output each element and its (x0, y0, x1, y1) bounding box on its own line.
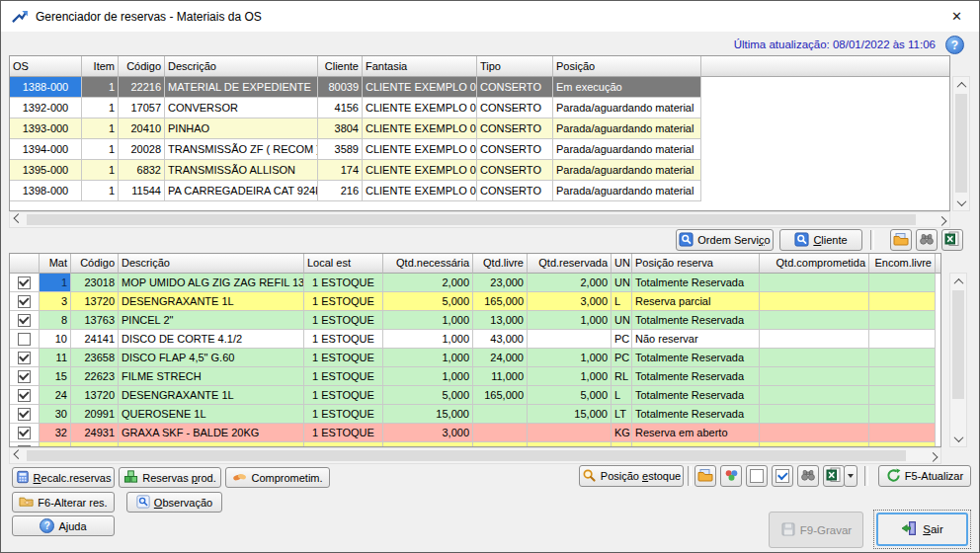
comprometim-button[interactable]: Comprometim. (225, 467, 330, 488)
scroll-left-arrow[interactable] (10, 212, 26, 227)
cell-comprometida[interactable] (760, 367, 869, 386)
cell-local[interactable]: 1 ESTOQUE (304, 349, 383, 367)
cell-un[interactable]: RL (612, 367, 632, 386)
os-table-row[interactable]: 1392-000117057CONVERSOR4156CLIENTE EXEMP… (10, 98, 949, 118)
cell-un[interactable]: KG (612, 424, 632, 442)
cell-cliente[interactable]: 4156 (318, 98, 363, 118)
row-select-cell[interactable] (10, 349, 40, 367)
scroll-down-arrow[interactable] (953, 195, 969, 210)
ajuda-button[interactable]: ? Ajuda (12, 515, 115, 536)
column-header-un[interactable]: UN (612, 254, 632, 274)
cell-livre[interactable]: 13,000 (473, 311, 528, 330)
scroll-thumb[interactable] (27, 450, 906, 461)
cell-posicao[interactable]: Reserva parcial (632, 292, 760, 311)
scroll-right-arrow[interactable] (925, 448, 940, 463)
cell-codigo[interactable]: 13763 (71, 311, 119, 330)
posicao-estoque-button[interactable]: Posição estoque (579, 465, 684, 487)
export-dropdown-button[interactable] (844, 465, 858, 487)
cell-local[interactable]: 1 ESTOQUE (304, 330, 383, 349)
cell-cliente[interactable]: 3804 (318, 118, 363, 139)
scroll-up-arrow[interactable] (950, 274, 966, 289)
cell-posicao[interactable]: Totalmente Reservada (632, 386, 760, 405)
cell-local[interactable]: 1 ESTOQUE (304, 386, 383, 405)
cell-codigo[interactable]: 22623 (71, 367, 119, 386)
cell-reservada[interactable]: 2,000 (528, 274, 612, 292)
column-header-descricao[interactable]: Descrição (119, 254, 304, 274)
os-table-row[interactable]: 1393-000120410PINHAO3804CLIENTE EXEMPLO … (10, 118, 949, 139)
cell-descricao[interactable]: GRAXA SKF - BALDE 20KG (119, 424, 304, 442)
cell-posicao[interactable]: Em execução (553, 77, 701, 98)
observacao-button[interactable]: Observação (126, 492, 222, 513)
material-row[interactable]: 813763PINCEL 2"1 ESTOQUE1,00013,0001,000… (10, 311, 940, 330)
cell-encom[interactable] (869, 330, 936, 349)
material-row[interactable]: 3224931GRAXA SKF - BALDE 20KG1 ESTOQUE3,… (10, 424, 940, 442)
cell-fantasia[interactable]: CLIENTE EXEMPLO 06 (363, 181, 477, 201)
cell-codigo[interactable]: 20991 (71, 405, 119, 424)
column-header-livre[interactable]: Qtd.livre (473, 254, 528, 274)
cell-cliente[interactable]: 3589 (318, 139, 363, 160)
cell-tipo[interactable]: CONSERTO (477, 118, 553, 139)
cell-reservada[interactable] (528, 424, 612, 442)
cell-descricao[interactable]: CONVERSOR (165, 98, 318, 118)
cell-os[interactable]: 1394-000 (10, 139, 82, 160)
cell-fantasia[interactable]: CLIENTE EXEMPLO 02 (363, 98, 477, 118)
column-header-fantasia[interactable]: Fantasia (363, 56, 477, 77)
cell-comprometida[interactable] (760, 274, 869, 292)
cell-mat[interactable]: 10 (40, 330, 71, 349)
cell-comprometida[interactable] (760, 311, 869, 330)
cell-cliente[interactable]: 174 (318, 160, 363, 181)
cell-fantasia[interactable]: CLIENTE EXEMPLO 04 (363, 139, 477, 160)
cell-un[interactable]: LT (612, 405, 632, 424)
column-header-select[interactable] (10, 254, 40, 274)
cell-local[interactable]: 1 ESTOQUE (304, 311, 383, 330)
cell-codigo[interactable]: 17057 (119, 98, 165, 118)
column-header-codigo[interactable]: Código (119, 56, 165, 77)
cell-codigo[interactable]: 23018 (71, 274, 119, 292)
cell-encom[interactable] (869, 274, 936, 292)
export-excel-button[interactable] (941, 229, 963, 251)
export-excel-button[interactable] (823, 465, 845, 487)
column-header-mat[interactable]: Mat (40, 254, 71, 274)
cell-descricao[interactable]: QUEROSENE 1L (119, 405, 304, 424)
cell-item[interactable]: 1 (82, 118, 119, 139)
row-checkbox-checked[interactable] (18, 314, 31, 327)
cell-necessaria[interactable]: 3,000 (383, 424, 473, 442)
cell-encom[interactable] (869, 311, 936, 330)
cell-descricao[interactable]: MATERIAL DE EXPEDIENTE (165, 77, 318, 98)
cell-codigo[interactable]: 20028 (119, 139, 165, 160)
cell-un[interactable]: PC (612, 330, 632, 349)
material-row[interactable]: 123018MOP UMIDO ALG ZIG ZAG REFIL 1321 E… (10, 274, 940, 292)
materials-horizontal-scrollbar[interactable] (9, 447, 941, 464)
cell-os[interactable]: 1398-000 (10, 181, 82, 201)
cell-local[interactable]: 1 ESTOQUE (304, 274, 383, 292)
cell-fantasia[interactable]: CLIENTE EXEMPLO 03 (363, 118, 477, 139)
cell-descricao[interactable]: PINHAO (165, 118, 318, 139)
cell-posicao[interactable]: Parada/aguardando material (553, 160, 701, 181)
cell-local[interactable]: 1 ESTOQUE (304, 367, 383, 386)
cell-livre[interactable]: 23,000 (473, 274, 528, 292)
cell-mat[interactable]: 8 (40, 311, 71, 330)
scroll-right-arrow[interactable] (934, 212, 949, 227)
row-checkbox-checked[interactable] (18, 370, 31, 383)
column-header-comprometida[interactable]: Qtd.comprometida (760, 254, 869, 274)
cell-posicao[interactable]: Totalmente Reservada (632, 405, 760, 424)
cell-livre[interactable]: 24,000 (473, 349, 528, 367)
report-folder-button[interactable] (694, 465, 716, 487)
materials-vertical-scrollbar[interactable] (949, 273, 967, 447)
column-header-cliente[interactable]: Cliente (318, 56, 363, 77)
sair-button[interactable]: Sair (873, 510, 971, 549)
cell-un[interactable]: L (612, 292, 632, 311)
cell-descricao[interactable]: DISCO FLAP 4,5" G.60 (119, 349, 304, 367)
cell-necessaria[interactable]: 1,000 (383, 367, 473, 386)
cell-comprometida[interactable] (760, 349, 869, 367)
f5-atualizar-button[interactable]: F5-Atualizar (878, 465, 971, 487)
os-table-row[interactable]: 1394-000120028TRANSMISSÃO ZF ( RECOM )35… (10, 139, 949, 160)
cell-un[interactable]: UN (612, 311, 632, 330)
cell-os[interactable]: 1392-000 (10, 98, 82, 118)
row-select-cell[interactable] (10, 292, 40, 311)
scroll-down-arrow[interactable] (950, 431, 966, 446)
cell-codigo[interactable]: 11544 (119, 181, 165, 201)
row-checkbox-checked[interactable] (18, 389, 31, 402)
cell-mat[interactable]: 30 (40, 405, 71, 424)
help-icon[interactable]: ? (945, 36, 964, 54)
